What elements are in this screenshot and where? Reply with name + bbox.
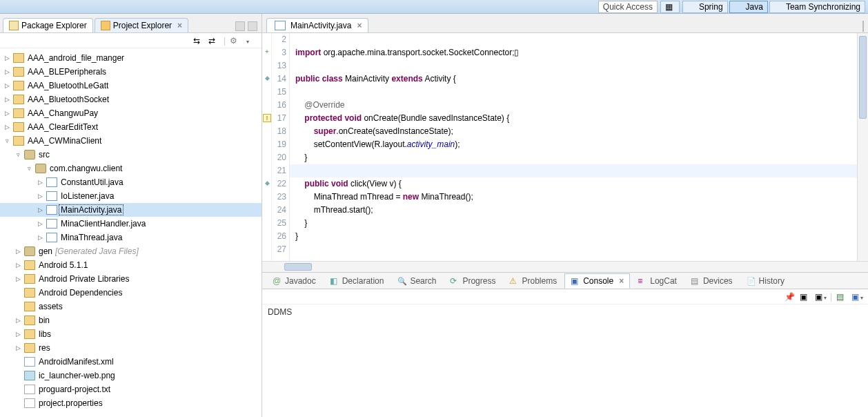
filter-icon[interactable]: ⚙ — [230, 36, 241, 46]
tab-history[interactable]: History — [740, 273, 791, 289]
code-line[interactable]: MinaThread mThread = new MinaThread(); — [290, 191, 857, 204]
code-line[interactable] — [290, 59, 857, 72]
link-editor-icon[interactable]: ⇄ — [208, 36, 219, 46]
code-line[interactable]: } — [290, 151, 857, 164]
code-line[interactable]: @Override — [290, 99, 857, 112]
tree-item[interactable]: ▷AAA_BluetoothSocket — [0, 93, 262, 106]
tree-item[interactable]: Android Dependencies — [0, 286, 262, 300]
diamond-marker-icon[interactable]: ◆ — [263, 75, 271, 83]
expand-icon[interactable]: ▷ — [36, 179, 44, 186]
tab-logcat[interactable]: LogCat — [631, 273, 683, 289]
tab-search[interactable]: Search — [391, 273, 442, 289]
tree-item[interactable]: ▷bin — [0, 313, 262, 327]
tree-item[interactable]: ▷Android Private Libraries — [0, 272, 262, 286]
tab-project-explorer[interactable]: Project Explorer × — [95, 18, 188, 32]
expand-icon[interactable]: ▿ — [3, 137, 11, 144]
perspective-team[interactable]: Team Synchronizing — [769, 1, 865, 13]
maximize-editor-button[interactable] — [862, 21, 864, 32]
code-line[interactable] — [290, 33, 857, 46]
code-line[interactable]: public void click(View v) { — [290, 177, 857, 191]
tree-item[interactable]: ▷MinaThread.java — [0, 231, 262, 244]
tree-item[interactable]: ▷libs — [0, 327, 262, 341]
expand-icon[interactable]: ▷ — [14, 262, 22, 269]
tab-console[interactable]: Console× — [564, 273, 630, 289]
tree-item[interactable]: ▷AAA_android_file_manger — [0, 51, 262, 65]
tree-item[interactable]: assets — [0, 300, 262, 313]
tab-problems[interactable]: Problems — [503, 273, 563, 289]
line-number[interactable]: 19 — [272, 138, 286, 151]
line-number[interactable]: 16 — [272, 99, 286, 112]
tree-item[interactable]: ▷MinaClientHandler.java — [0, 217, 262, 231]
line-number[interactable]: 20 — [272, 151, 286, 164]
tree-item[interactable]: ▷AAA_BLEPeripherals — [0, 65, 262, 79]
code-line[interactable]: } — [290, 217, 857, 230]
tree-item[interactable]: ▷AAA_BluetoothLeGatt — [0, 79, 262, 93]
code-line[interactable]: import org.apache.mina.transport.socket.… — [290, 46, 857, 59]
expand-icon[interactable]: ▿ — [14, 151, 22, 158]
tab-package-explorer[interactable]: Package Explorer — [3, 18, 93, 32]
collapse-all-icon[interactable]: ⇆ — [193, 36, 204, 46]
editor-tab-mainactivity[interactable]: MainActivity.java × — [266, 18, 368, 32]
expand-icon[interactable]: ▷ — [14, 248, 22, 255]
tree-item[interactable]: ▷IoListener.java — [0, 189, 262, 203]
code-line[interactable] — [290, 164, 857, 177]
expand-icon[interactable]: ▷ — [14, 345, 22, 351]
expand-icon[interactable]: ▷ — [36, 193, 44, 200]
line-number[interactable]: 24 — [272, 204, 286, 217]
tab-progress[interactable]: Progress — [444, 273, 502, 289]
line-number[interactable]: 15 — [272, 86, 286, 99]
close-icon[interactable]: × — [619, 276, 624, 286]
scrollbar-thumb[interactable] — [284, 263, 312, 271]
tree-item[interactable]: ▷Android 5.1.1 — [0, 258, 262, 272]
code-line[interactable] — [290, 243, 857, 256]
line-number[interactable]: 2 — [272, 33, 286, 46]
code-line[interactable]: protected void onCreate(Bundle savedInst… — [290, 112, 857, 125]
tree-item[interactable]: ▷AAA_ChangwuPay — [0, 106, 262, 120]
code-line[interactable]: super.onCreate(savedInstanceState); — [290, 125, 857, 138]
expand-icon[interactable]: ▷ — [14, 331, 22, 338]
expand-icon[interactable]: ▷ — [14, 275, 22, 282]
line-number[interactable]: 21 — [272, 164, 286, 177]
view-menu-icon[interactable] — [245, 36, 256, 46]
marker-bar[interactable]: +◆!◆ — [262, 33, 272, 261]
vertical-scrollbar[interactable] — [857, 33, 868, 261]
tree-item[interactable]: ▿src — [0, 148, 262, 162]
perspective-java[interactable]: Java — [729, 1, 768, 13]
line-number[interactable]: 13 — [272, 59, 286, 72]
line-number[interactable]: 25 — [272, 217, 286, 230]
diamond-marker-icon[interactable]: ◆ — [263, 180, 271, 188]
pin-console-icon[interactable]: 📌 — [785, 292, 796, 302]
open-perspective-button[interactable]: ▦ — [660, 1, 680, 13]
new-console-icon[interactable]: ▣ — [851, 292, 862, 302]
expand-icon[interactable]: ▷ — [14, 317, 22, 324]
line-number[interactable]: 22 — [272, 177, 286, 191]
minimize-view-button[interactable] — [235, 21, 245, 31]
tree-item[interactable]: AndroidManifest.xml — [0, 355, 262, 369]
tree-item[interactable]: ▷ConstantUtil.java — [0, 175, 262, 189]
tab-declaration[interactable]: Declaration — [324, 273, 391, 289]
expand-icon[interactable]: ▷ — [36, 234, 44, 241]
tree-item[interactable]: ▷gen [Generated Java Files] — [0, 244, 262, 258]
maximize-view-button[interactable] — [248, 21, 257, 31]
code-line[interactable] — [290, 86, 857, 99]
tree-item[interactable]: ic_launcher-web.png — [0, 369, 262, 382]
display-selected-console-icon[interactable]: ▣ — [800, 292, 811, 302]
tree-item[interactable]: project.properties — [0, 396, 262, 410]
tree-item[interactable]: ▷AAA_ClearEditText — [0, 120, 262, 134]
perspective-spring[interactable]: Spring — [682, 1, 728, 13]
clear-console-icon[interactable]: ▤ — [836, 292, 847, 302]
line-number[interactable]: 17 — [272, 112, 286, 125]
line-number[interactable]: 26 — [272, 230, 286, 243]
tab-devices[interactable]: Devices — [684, 273, 739, 289]
line-number[interactable]: 18 — [272, 125, 286, 138]
tree-item[interactable]: ▿AAA_CWMinaClient — [0, 134, 262, 148]
tree-item[interactable]: proguard-project.txt — [0, 382, 262, 396]
expand-icon[interactable]: ▷ — [36, 220, 44, 227]
tree-item[interactable]: ▷MainActivity.java — [0, 203, 262, 217]
code-line[interactable]: } — [290, 230, 857, 243]
code-line[interactable]: setContentView(R.layout.activity_main); — [290, 138, 857, 151]
expand-icon[interactable]: ▷ — [3, 96, 11, 103]
expand-icon[interactable]: ▷ — [3, 82, 11, 89]
scrollbar-thumb[interactable] — [859, 36, 867, 119]
expand-icon[interactable]: ▷ — [3, 124, 11, 130]
